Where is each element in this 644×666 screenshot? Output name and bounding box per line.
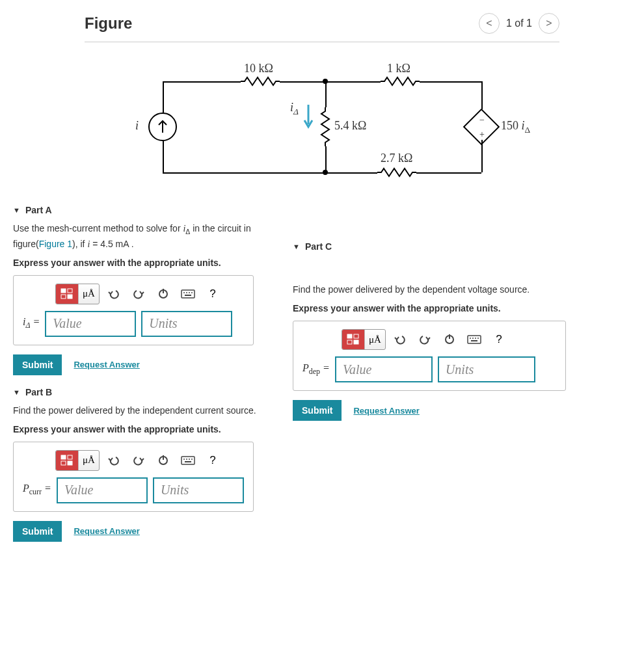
svg-point-21 (183, 459, 185, 460)
part-a-variable: iΔ = (23, 316, 40, 330)
svg-rect-32 (468, 336, 481, 343)
part-b-instruction: Express your answer with the appropriate… (13, 423, 299, 436)
special-chars-button[interactable]: μÅ (364, 330, 385, 349)
svg-rect-16 (61, 461, 66, 465)
svg-rect-20 (181, 457, 195, 464)
help-button[interactable]: ? (202, 284, 223, 304)
part-b-request-answer-link[interactable]: Request Answer (74, 526, 139, 536)
current-source-label: i (135, 119, 139, 133)
part-b-units-input[interactable]: Units (153, 477, 244, 503)
part-a: ▼ Part A Use the mesh-current method to … (13, 205, 299, 375)
svg-rect-25 (185, 461, 191, 462)
part-c-submit-button[interactable]: Submit (293, 400, 342, 421)
reset-button[interactable] (439, 330, 460, 349)
part-b-submit-button[interactable]: Submit (13, 521, 62, 542)
undo-button[interactable] (103, 284, 124, 304)
part-b-title: Part B (25, 387, 52, 397)
part-a-submit-button[interactable]: Submit (13, 354, 62, 375)
svg-rect-5 (68, 295, 72, 299)
help-button[interactable]: ? (489, 330, 509, 349)
current-source (148, 113, 177, 141)
part-a-instruction: Express your answer with the appropriate… (13, 256, 299, 270)
part-b-value-input[interactable]: Value (57, 477, 148, 503)
part-b-prompt: Find the power delivered by the independ… (13, 404, 299, 418)
svg-rect-26 (347, 334, 352, 338)
special-chars-button[interactable]: μÅ (78, 451, 99, 470)
figure-nav-label: 1 of 1 (506, 18, 532, 29)
resistor-10k-label: 10 kΩ (244, 62, 273, 75)
svg-point-34 (472, 338, 474, 339)
part-c-units-input[interactable]: Units (438, 356, 535, 382)
figure-nav: < 1 of 1 > (479, 13, 559, 34)
redo-button[interactable] (128, 284, 149, 304)
undo-button[interactable] (103, 451, 124, 470)
part-b: ▼ Part B Find the power delivered by the… (13, 387, 299, 542)
svg-rect-28 (347, 340, 352, 344)
svg-point-10 (186, 292, 187, 293)
svg-point-33 (470, 338, 471, 339)
help-button[interactable]: ? (202, 451, 223, 470)
keyboard-button[interactable] (464, 330, 485, 349)
undo-button[interactable] (390, 330, 410, 349)
figure-prev-button[interactable]: < (479, 13, 500, 34)
redo-button[interactable] (128, 451, 149, 470)
svg-rect-27 (354, 334, 358, 338)
svg-rect-8 (181, 290, 195, 298)
svg-point-35 (475, 338, 476, 339)
templates-button[interactable] (56, 284, 78, 304)
part-c-instruction: Express your answer with the appropriate… (293, 302, 644, 315)
svg-rect-14 (61, 455, 66, 459)
i-delta-label: iΔ (290, 101, 299, 117)
circuit-diagram: 10 kΩ 1 kΩ i 5.4 kΩ iΔ − + 150 iΔ (137, 62, 559, 198)
resistor-5-4k-label: 5.4 kΩ (334, 119, 366, 133)
part-a-request-answer-link[interactable]: Request Answer (74, 360, 139, 369)
figure-link[interactable]: Figure 1 (39, 239, 72, 249)
part-a-units-input[interactable]: Units (141, 311, 232, 337)
svg-point-9 (183, 292, 185, 293)
keyboard-button[interactable] (178, 451, 198, 470)
svg-rect-13 (185, 295, 191, 296)
resistor-2-7k-label: 2.7 kΩ (381, 152, 412, 165)
answer-toolbar: μÅ ? (55, 284, 244, 304)
reset-button[interactable] (153, 451, 174, 470)
part-a-title: Part A (25, 205, 52, 215)
svg-point-36 (477, 338, 479, 339)
redo-button[interactable] (414, 330, 435, 349)
part-c: ▼ Part C Find the power delivered by the… (293, 241, 644, 421)
part-a-value-input[interactable]: Value (45, 311, 136, 337)
figure-header: Figure < 1 of 1 > (85, 13, 559, 42)
answer-toolbar: μÅ ? (342, 329, 556, 350)
svg-point-22 (186, 459, 187, 460)
svg-rect-2 (61, 289, 66, 293)
answer-toolbar: μÅ ? (55, 450, 244, 471)
special-chars-button[interactable]: μÅ (78, 284, 99, 304)
part-c-prompt: Find the power delivered by the dependen… (293, 283, 644, 297)
svg-point-12 (191, 292, 193, 293)
part-a-prompt: Use the mesh-current method to solve for… (13, 222, 299, 251)
svg-point-23 (189, 459, 190, 460)
reset-button[interactable] (153, 284, 174, 304)
templates-button[interactable] (56, 451, 78, 470)
part-c-title: Part C (305, 241, 332, 252)
keyboard-button[interactable] (178, 284, 198, 304)
resistor-1k-label: 1 kΩ (387, 62, 410, 75)
part-b-variable: Pcurr = (23, 483, 51, 497)
figure-next-button[interactable]: > (539, 13, 559, 34)
svg-rect-4 (61, 295, 66, 299)
part-c-value-input[interactable]: Value (335, 356, 433, 382)
part-c-toggle[interactable]: ▼ (293, 243, 300, 250)
figure-title: Figure (85, 14, 132, 33)
part-b-answer-box: μÅ ? Pcurr = Value Units (13, 442, 254, 512)
part-b-toggle[interactable]: ▼ (13, 388, 20, 396)
svg-point-11 (189, 292, 190, 293)
svg-rect-17 (68, 461, 72, 465)
part-c-variable: Pdep = (302, 362, 330, 377)
part-c-answer-box: μÅ ? Pdep = Value Units (293, 321, 566, 391)
templates-button[interactable] (342, 330, 364, 349)
dependent-source-label: 150 iΔ (501, 119, 530, 135)
part-a-answer-box: μÅ ? iΔ = Value Units (13, 275, 254, 345)
svg-rect-29 (354, 340, 358, 344)
part-c-request-answer-link[interactable]: Request Answer (353, 406, 419, 416)
figure-panel: Figure < 1 of 1 > 10 kΩ 1 kΩ i 5.4 kΩ (0, 0, 644, 205)
part-a-toggle[interactable]: ▼ (13, 206, 20, 214)
